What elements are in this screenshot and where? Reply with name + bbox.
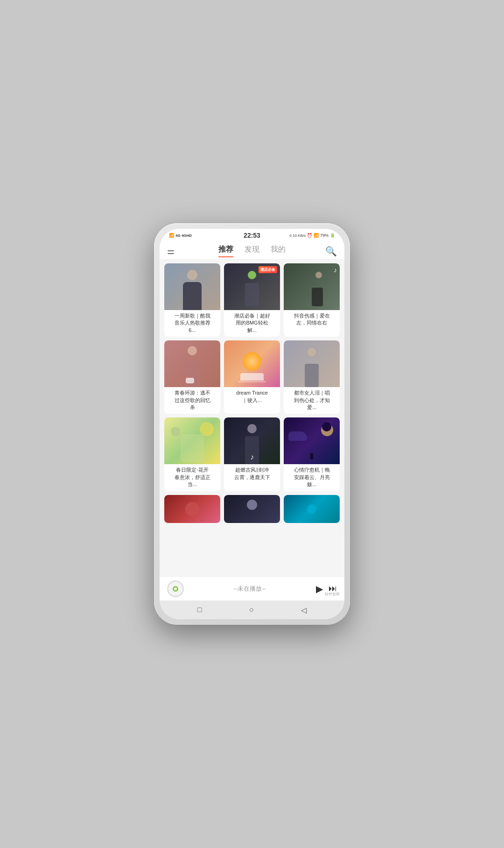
card-thumb-3: ♪: [284, 263, 340, 310]
card-label-9: 心情疗愈机｜晚安踩着云、月亮贩...: [284, 464, 340, 491]
card-ancient-fire[interactable]: ♪ 超燃古风‖剑冲云霄，逐鹿天下: [224, 417, 280, 491]
card-spring[interactable]: 春日限定·花开春意浓，舒适正当...: [164, 417, 220, 491]
card-thumb-6: [284, 340, 340, 387]
road-element: [238, 381, 266, 382]
nav-tabs: 推荐 发现 我的: [178, 245, 325, 257]
app-nav: ⚌ 推荐 发现 我的 🔍: [160, 242, 344, 260]
card-thumb-1: [164, 263, 220, 310]
player-disc: [167, 580, 184, 597]
search-icon[interactable]: 🔍: [325, 246, 337, 257]
content-area: 一周新歌｜酷我音乐人热歌推荐6... 潮店必备 潮店必备｜超好用的BMG轻松解.…: [160, 260, 344, 576]
card-thumb-5: [224, 340, 280, 387]
battery-icon: 🔋: [330, 233, 335, 238]
card-thumb-2: 潮店必备: [224, 263, 280, 310]
tab-recommend[interactable]: 推荐: [218, 245, 233, 257]
card-label-4: 青春环游：逃不过这些歌的回忆杀: [164, 387, 220, 414]
card-weekly-songs[interactable]: 一周新歌｜酷我音乐人热歌推荐6...: [164, 263, 220, 337]
network-type: 4G 4GHD: [175, 233, 192, 238]
card-thumb-7: [164, 417, 220, 464]
card-label-1: 一周新歌｜酷我音乐人热歌推荐6...: [164, 310, 220, 337]
card-label-2: 潮店必备｜超好用的BMG轻松解...: [224, 310, 280, 337]
card-label-3: 抖音伤感｜爱在左，同情在右: [284, 310, 340, 330]
card-partial-3[interactable]: [284, 495, 340, 523]
card-douyin-sad[interactable]: ♪ 抖音伤感｜爱在左，同情在右: [284, 263, 340, 337]
card-partial-1[interactable]: [164, 495, 220, 523]
tiktok-badge-2: ♪: [250, 453, 254, 461]
status-bar: 📶 4G 4GHD 22:53 0.10 KB/s ⏰ 📶 79% 🔋: [160, 229, 344, 242]
grid-row-3: 春日限定·花开春意浓，舒适正当... ♪ 超燃古风‖剑冲云霄，逐鹿天下: [164, 417, 340, 491]
card-thumb-12: [284, 495, 340, 523]
play-button[interactable]: ▶: [316, 583, 323, 594]
wifi-icon: 📶: [314, 233, 319, 238]
tab-mine[interactable]: 我的: [271, 245, 286, 257]
status-left: 📶 4G 4GHD: [169, 233, 192, 238]
card-night-healing[interactable]: 心情疗愈机｜晚安踩着云、月亮贩...: [284, 417, 340, 491]
card-thumb-9: [284, 417, 340, 464]
tab-discover[interactable]: 发现: [245, 245, 259, 257]
recent-button[interactable]: ◁: [301, 606, 307, 615]
car-element: [240, 373, 264, 381]
anime-badge: 潮店必备: [259, 266, 277, 273]
phone-screen: 📶 4G 4GHD 22:53 0.10 KB/s ⏰ 📶 79% 🔋 ⚌ 推荐…: [160, 229, 344, 619]
battery-indicator: 79%: [320, 233, 329, 238]
grid-row-2: 青春环游：逃不过这些歌的回忆杀 dream Trance｜驶入...: [164, 340, 340, 414]
card-partial-2[interactable]: [224, 495, 280, 523]
card-label-8: 超燃古风‖剑冲云霄，逐鹿天下: [224, 464, 280, 484]
moon-element: [243, 352, 261, 371]
card-label-5: dream Trance｜驶入...: [224, 387, 280, 407]
status-right: 0.10 KB/s ⏰ 📶 79% 🔋: [289, 233, 335, 238]
disc-inner: [173, 586, 178, 592]
card-thumb-10: [164, 495, 220, 523]
card-youth-tour[interactable]: 青春环游：逃不过这些歌的回忆杀: [164, 340, 220, 414]
card-bgm[interactable]: 潮店必备 潮店必备｜超好用的BMG轻松解...: [224, 263, 280, 337]
watermark: 软件智库: [325, 592, 340, 597]
alarm-icon: ⏰: [307, 233, 312, 238]
grid-row-1: 一周新歌｜酷我音乐人热歌推荐6... 潮店必备 潮店必备｜超好用的BMG轻松解.…: [164, 263, 340, 337]
card-dream-trance[interactable]: dream Trance｜驶入...: [224, 340, 280, 414]
card-thumb-8: ♪: [224, 417, 280, 464]
filter-icon[interactable]: ⚌: [167, 246, 175, 256]
player-bar: --未在播放-- ▶ ⏭: [160, 576, 344, 601]
back-button[interactable]: ○: [249, 606, 254, 614]
card-label-7: 春日限定·花开春意浓，舒适正当...: [164, 464, 220, 491]
grid-row-4: [164, 495, 340, 523]
card-thumb-11: [224, 495, 280, 523]
player-title: --未在播放--: [189, 585, 310, 593]
bottom-nav: □ ○ ◁: [160, 601, 344, 619]
speed-indicator: 0.10 KB/s: [289, 233, 306, 238]
card-thumb-4: [164, 340, 220, 387]
time-display: 22:53: [244, 232, 260, 239]
card-urban-woman[interactable]: 都市女人泪｜唱到伤心处，才知爱...: [284, 340, 340, 414]
phone-frame: 📶 4G 4GHD 22:53 0.10 KB/s ⏰ 📶 79% 🔋 ⚌ 推荐…: [154, 223, 350, 625]
signal-icon: 📶: [169, 233, 174, 238]
home-button[interactable]: □: [197, 606, 202, 614]
tiktok-badge-1: ♪: [334, 266, 337, 274]
card-label-6: 都市女人泪｜唱到伤心处，才知爱...: [284, 387, 340, 414]
